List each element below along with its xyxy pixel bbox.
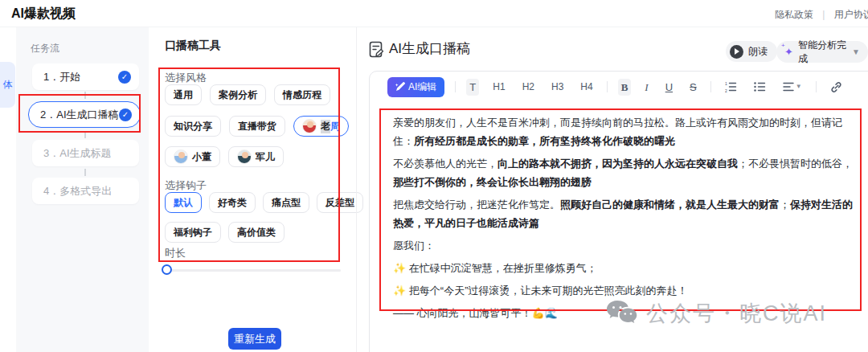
top-bar: AI爆款视频 隐私政策 | 用户协议 (0, 0, 868, 27)
editor-title: AI生成口播稿 (389, 39, 470, 58)
heading2-button[interactable]: H2 (519, 79, 538, 95)
terms-link[interactable]: 用户协议 (834, 9, 868, 20)
duration-label: 时长 (165, 246, 186, 260)
bullet-list-icon[interactable] (751, 78, 769, 96)
style-section-label: 选择风格 (165, 71, 207, 85)
svg-text:1: 1 (725, 81, 727, 86)
heading1-button[interactable]: H1 (489, 79, 508, 95)
toolbar-divider (816, 81, 817, 92)
check-icon: ✓ (119, 108, 132, 121)
text-format-button[interactable]: T (466, 79, 479, 96)
link-separator: | (822, 9, 825, 20)
editor-toolbar: AI编辑 T H1 H2 H3 H4 B I U S 12 ▼ (387, 76, 845, 97)
workflow-step-generate-script[interactable]: 2．AI生成口播稿 ✓ (28, 101, 141, 128)
style-options-row-3: 小董 军儿 (165, 146, 284, 167)
persona-option-xiaodong[interactable]: 小董 (165, 146, 220, 167)
wechat-icon (604, 299, 638, 328)
hook-option-default[interactable]: 默认 (165, 192, 202, 213)
toolbar-divider (455, 81, 456, 92)
workflow-step-export[interactable]: 4．多格式导出 (32, 178, 139, 204)
persona-option-juner[interactable]: 军儿 (228, 146, 284, 167)
magic-pen-icon (395, 82, 405, 92)
privacy-policy-link[interactable]: 隐私政策 (775, 9, 813, 20)
avatar (174, 149, 188, 164)
analysis-status-text: 智能分析完成 (798, 39, 847, 66)
step-connector (84, 131, 86, 138)
heading4-button[interactable]: H4 (577, 79, 596, 95)
step-connector (84, 169, 86, 176)
workflow-title: 任务流 (31, 42, 59, 55)
underline-button[interactable]: U (662, 79, 676, 96)
hook-options-row-2: 福利钩子 高价值类 (165, 222, 285, 243)
hook-option-painpoint[interactable]: 痛点型 (263, 192, 309, 213)
style-option-emotional[interactable]: 情感历程 (274, 84, 330, 105)
italic-button[interactable]: I (641, 79, 651, 96)
step-label: 3．AI生成标题 (43, 146, 131, 161)
style-option-livestream[interactable]: 直播带货 (229, 116, 285, 137)
analysis-status-button[interactable]: ✦ 智能分析完成 ▼ (776, 41, 868, 63)
persona-name-tail: 周 (330, 120, 340, 133)
check-icon: ✓ (118, 71, 131, 84)
svg-text:2: 2 (725, 88, 727, 93)
style-option-case-study[interactable]: 案例分析 (210, 84, 266, 105)
script-content[interactable]: 亲爱的朋友们，人生不是百米冲刺，而是持续向前的马拉松。路上或许有风雨交加的时刻，… (393, 113, 856, 326)
duration-slider-track[interactable] (166, 269, 341, 272)
style-options-row-1: 通用 案例分析 情感历程 (165, 84, 330, 105)
workflow-step-start[interactable]: 1．开始 ✓ (32, 63, 139, 90)
hook-option-benefit[interactable]: 福利钩子 (165, 222, 221, 243)
play-icon (730, 45, 743, 59)
hook-option-highvalue[interactable]: 高价值类 (228, 222, 285, 243)
hook-section-label: 选择钩子 (165, 178, 207, 193)
step-label: 2．AI生成口播稿 (40, 108, 119, 122)
workflow-step-generate-title[interactable]: 3．AI生成标题 (32, 140, 139, 166)
app-title: AI爆款视频 (11, 6, 76, 23)
top-links: 隐私政策 | 用户协议 (775, 8, 868, 22)
tools-panel-title: 口播稿工具 (165, 39, 221, 53)
step-label: 1．开始 (43, 70, 118, 84)
step-connector (84, 92, 86, 99)
sparkle-icon: ✦ (784, 47, 793, 57)
avatar (237, 149, 252, 164)
align-icon[interactable]: ▼ (780, 79, 805, 95)
ai-edit-button[interactable]: AI编辑 (387, 77, 444, 97)
duration-slider-handle[interactable] (162, 264, 172, 275)
persona-option-laozhou[interactable]: 老周 (293, 116, 349, 137)
persona-name-head: 老 (321, 120, 330, 133)
style-option-general[interactable]: 通用 (165, 84, 202, 105)
caret-down-icon: ▼ (796, 84, 802, 90)
avatar (302, 119, 317, 133)
bold-button[interactable]: B (618, 79, 632, 96)
hook-options-row-1: 默认 好奇类 痛点型 反差型 (165, 192, 363, 213)
regenerate-button[interactable]: 重新生成 (228, 328, 281, 350)
style-option-knowledge[interactable]: 知识分享 (165, 116, 221, 137)
watermark: 公众号・晓C说AI (604, 299, 827, 328)
hook-option-curiosity[interactable]: 好奇类 (209, 192, 256, 213)
strikethrough-button[interactable]: S (686, 79, 700, 96)
edge-floating-tab[interactable]: 体 (0, 62, 15, 108)
watermark-text: 公众号・晓C说AI (646, 299, 827, 328)
panel-divider (356, 27, 357, 352)
read-aloud-button[interactable]: 朗读 (726, 41, 777, 62)
link-icon[interactable] (827, 78, 845, 96)
ordered-list-icon[interactable]: 12 (722, 78, 740, 96)
script-document-icon (369, 41, 384, 61)
style-options-row-2: 知识分享 直播带货 老周 (165, 116, 349, 137)
heading3-button[interactable]: H3 (548, 79, 567, 95)
chevron-down-icon: ▼ (852, 47, 860, 56)
toolbar-divider (607, 81, 608, 92)
toolbar-divider (710, 81, 711, 92)
step-label: 4．多格式导出 (43, 184, 131, 199)
